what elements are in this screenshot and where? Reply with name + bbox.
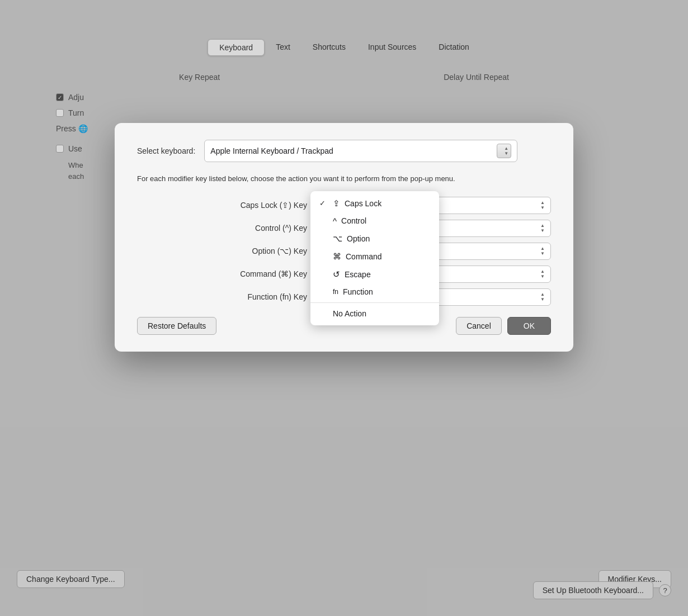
cancel-btn[interactable]: Cancel	[456, 317, 502, 335]
modal-description: For each modifier key listed below, choo…	[137, 173, 551, 184]
command-key-label: Command (⌘) Key	[137, 269, 316, 278]
select-arrows-box[interactable]: ▲ ▼	[497, 144, 511, 158]
modifier-dropdown-popup: ✓ ⇪ Caps Lock ✓ ^ Control ✓ ⌥ Option	[310, 191, 439, 325]
caps-lock-check: ✓	[319, 199, 328, 207]
option-arrows: ▲ ▼	[540, 247, 545, 256]
command-arrows: ▲ ▼	[540, 269, 545, 279]
no-action-label: No Action	[333, 309, 366, 318]
function-arrows: ▲ ▼	[540, 292, 545, 302]
select-arrows: ▲ ▼	[504, 146, 508, 156]
escape-option-label: Escape	[345, 270, 371, 279]
dropdown-item-option[interactable]: ✓ ⌥ Option	[310, 230, 439, 248]
modifier-keys-modal: Select keyboard: Apple Internal Keyboard…	[115, 123, 573, 352]
keyboard-value: Apple Internal Keyboard / Trackpad	[210, 146, 333, 155]
ok-btn[interactable]: OK	[507, 317, 551, 335]
dropdown-item-no-action[interactable]: ✓ No Action	[310, 305, 439, 322]
dropdown-item-function[interactable]: ✓ fn Function	[310, 283, 439, 300]
modifier-table: Caps Lock (⇪) Key ⇪ Caps Lock ▲ ▼ ✓ ⇪ Ca…	[137, 197, 551, 306]
dropdown-divider	[310, 302, 439, 303]
function-option-label: Function	[343, 287, 373, 296]
command-option-label: Command	[346, 252, 382, 261]
dropdown-item-control[interactable]: ✓ ^ Control	[310, 212, 439, 230]
caps-lock-row: Caps Lock (⇪) Key ⇪ Caps Lock ▲ ▼ ✓ ⇪ Ca…	[137, 197, 551, 214]
keyboard-dropdown[interactable]: Apple Internal Keyboard / Trackpad ▲ ▼	[204, 140, 517, 162]
option-option-label: Option	[347, 234, 370, 243]
restore-defaults-btn[interactable]: Restore Defaults	[137, 317, 216, 335]
caps-lock-arrows: ▲ ▼	[540, 201, 545, 210]
keyboard-select-row: Select keyboard: Apple Internal Keyboard…	[137, 140, 551, 162]
caps-lock-option-label: Caps Lock	[345, 199, 381, 208]
dropdown-item-escape[interactable]: ✓ ↺ Escape	[310, 266, 439, 283]
modal-overlay: Select keyboard: Apple Internal Keyboard…	[0, 0, 688, 616]
select-keyboard-label: Select keyboard:	[137, 146, 195, 155]
modal-action-buttons: Cancel OK	[456, 317, 551, 335]
dropdown-item-caps-lock[interactable]: ✓ ⇪ Caps Lock	[310, 195, 439, 212]
function-key-label: Function (fn) Key	[137, 292, 316, 301]
option-key-label: Option (⌥) Key	[137, 247, 316, 255]
caps-lock-key-label: Caps Lock (⇪) Key	[137, 201, 316, 210]
dropdown-item-command[interactable]: ✓ ⌘ Command	[310, 248, 439, 266]
control-arrows: ▲ ▼	[540, 224, 545, 233]
control-key-label: Control (^) Key	[137, 224, 316, 233]
control-option-label: Control	[341, 216, 366, 225]
